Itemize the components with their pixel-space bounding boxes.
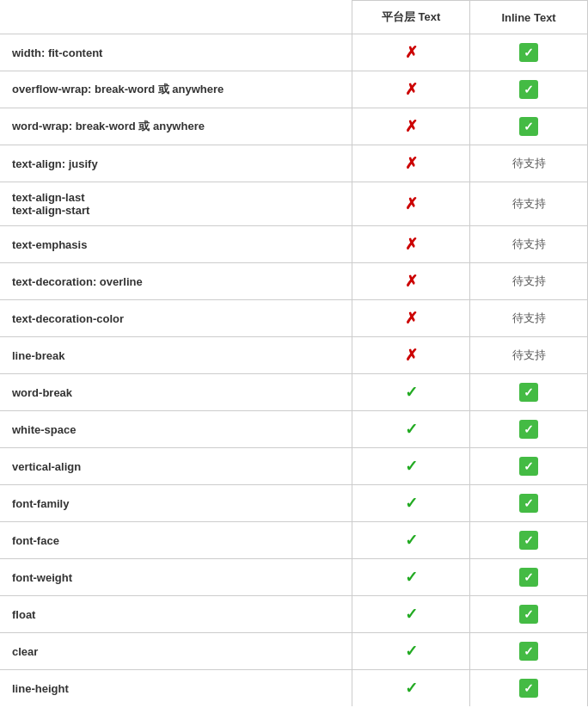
feature-cell: text-emphasis bbox=[0, 226, 352, 263]
platform-cell: ✗ bbox=[352, 263, 470, 300]
check-box-icon bbox=[519, 80, 538, 99]
comparison-table: 平台层 Text Inline Text width: fit-content✗… bbox=[0, 0, 588, 706]
table-row: white-space✓ bbox=[0, 411, 588, 448]
table-row: font-face✓ bbox=[0, 522, 588, 559]
pending-label: 待支持 bbox=[512, 157, 546, 169]
pending-label: 待支持 bbox=[512, 311, 546, 324]
inline-cell: 待支持 bbox=[470, 300, 588, 337]
platform-cell: ✓ bbox=[352, 559, 470, 596]
check-box-icon bbox=[519, 420, 538, 439]
inline-cell: 待支持 bbox=[470, 145, 588, 182]
platform-cell: ✗ bbox=[352, 71, 470, 108]
feature-cell: font-weight bbox=[0, 559, 352, 596]
check-icon: ✓ bbox=[405, 569, 418, 586]
check-icon: ✓ bbox=[405, 458, 418, 475]
check-box-icon bbox=[519, 117, 538, 136]
table-row: text-align-lasttext-align-start✗待支持 bbox=[0, 182, 588, 226]
cross-icon: ✗ bbox=[405, 118, 418, 135]
check-box-icon bbox=[519, 383, 538, 402]
header-inline: Inline Text bbox=[470, 1, 588, 34]
feature-cell: line-break bbox=[0, 337, 352, 374]
table-row: word-wrap: break-word 或 anywhere✗ bbox=[0, 108, 588, 145]
check-icon: ✓ bbox=[405, 606, 418, 623]
feature-cell: float bbox=[0, 596, 352, 633]
inline-cell bbox=[470, 374, 588, 411]
check-icon: ✓ bbox=[405, 421, 418, 438]
cross-icon: ✗ bbox=[405, 44, 418, 61]
table-row: font-family✓ bbox=[0, 485, 588, 522]
inline-cell bbox=[470, 670, 588, 707]
feature-cell: text-align-lasttext-align-start bbox=[0, 182, 352, 226]
feature-cell: line-height bbox=[0, 670, 352, 707]
check-icon: ✓ bbox=[405, 384, 418, 401]
cross-icon: ✗ bbox=[405, 155, 418, 172]
table-row: font-weight✓ bbox=[0, 559, 588, 596]
feature-cell: text-decoration: overline bbox=[0, 263, 352, 300]
inline-cell bbox=[470, 448, 588, 485]
platform-cell: ✗ bbox=[352, 108, 470, 145]
inline-cell bbox=[470, 108, 588, 145]
inline-cell bbox=[470, 411, 588, 448]
table-row: float✓ bbox=[0, 596, 588, 633]
inline-cell bbox=[470, 522, 588, 559]
table-row: clear✓ bbox=[0, 633, 588, 670]
table-row: vertical-align✓ bbox=[0, 448, 588, 485]
cross-icon: ✗ bbox=[405, 195, 418, 212]
check-box-icon bbox=[519, 531, 538, 550]
platform-cell: ✗ bbox=[352, 337, 470, 374]
platform-cell: ✓ bbox=[352, 596, 470, 633]
table-row: word-break✓ bbox=[0, 374, 588, 411]
feature-cell: white-space bbox=[0, 411, 352, 448]
header-platform: 平台层 Text bbox=[352, 1, 470, 34]
table-row: line-height✓ bbox=[0, 670, 588, 707]
platform-cell: ✓ bbox=[352, 485, 470, 522]
feature-cell: word-wrap: break-word 或 anywhere bbox=[0, 108, 352, 145]
platform-cell: ✓ bbox=[352, 411, 470, 448]
inline-cell: 待支持 bbox=[470, 226, 588, 263]
platform-cell: ✓ bbox=[352, 670, 470, 707]
feature-cell: text-decoration-color bbox=[0, 300, 352, 337]
table-row: width: fit-content✗ bbox=[0, 34, 588, 71]
platform-cell: ✓ bbox=[352, 448, 470, 485]
pending-label: 待支持 bbox=[512, 237, 546, 250]
inline-cell bbox=[470, 596, 588, 633]
check-icon: ✓ bbox=[405, 532, 418, 549]
cross-icon: ✗ bbox=[405, 310, 418, 327]
feature-cell: clear bbox=[0, 633, 352, 670]
inline-cell bbox=[470, 559, 588, 596]
feature-cell: font-face bbox=[0, 522, 352, 559]
feature-cell: vertical-align bbox=[0, 448, 352, 485]
inline-cell bbox=[470, 485, 588, 522]
comparison-table-container: 平台层 Text Inline Text width: fit-content✗… bbox=[0, 0, 588, 706]
platform-cell: ✗ bbox=[352, 145, 470, 182]
check-box-icon bbox=[519, 605, 538, 624]
cross-icon: ✗ bbox=[405, 81, 418, 98]
table-row: text-decoration-color✗待支持 bbox=[0, 300, 588, 337]
platform-cell: ✓ bbox=[352, 522, 470, 559]
cross-icon: ✗ bbox=[405, 273, 418, 290]
check-box-icon bbox=[519, 457, 538, 476]
check-icon: ✓ bbox=[405, 643, 418, 660]
cross-icon: ✗ bbox=[405, 236, 418, 253]
inline-cell bbox=[470, 633, 588, 670]
pending-label: 待支持 bbox=[512, 274, 546, 287]
pending-label: 待支持 bbox=[512, 197, 546, 210]
feature-cell: overflow-wrap: break-word 或 anywhere bbox=[0, 71, 352, 108]
platform-cell: ✓ bbox=[352, 633, 470, 670]
cross-icon: ✗ bbox=[405, 347, 418, 364]
platform-cell: ✗ bbox=[352, 34, 470, 71]
pending-label: 待支持 bbox=[512, 348, 546, 361]
check-box-icon bbox=[519, 642, 538, 661]
inline-cell bbox=[470, 71, 588, 108]
check-icon: ✓ bbox=[405, 680, 418, 697]
feature-cell: width: fit-content bbox=[0, 34, 352, 71]
feature-cell: word-break bbox=[0, 374, 352, 411]
inline-cell bbox=[470, 34, 588, 71]
inline-cell: 待支持 bbox=[470, 263, 588, 300]
table-row: text-align: jusify✗待支持 bbox=[0, 145, 588, 182]
platform-cell: ✗ bbox=[352, 300, 470, 337]
inline-cell: 待支持 bbox=[470, 182, 588, 226]
table-row: overflow-wrap: break-word 或 anywhere✗ bbox=[0, 71, 588, 108]
check-box-icon bbox=[519, 679, 538, 698]
platform-cell: ✓ bbox=[352, 374, 470, 411]
